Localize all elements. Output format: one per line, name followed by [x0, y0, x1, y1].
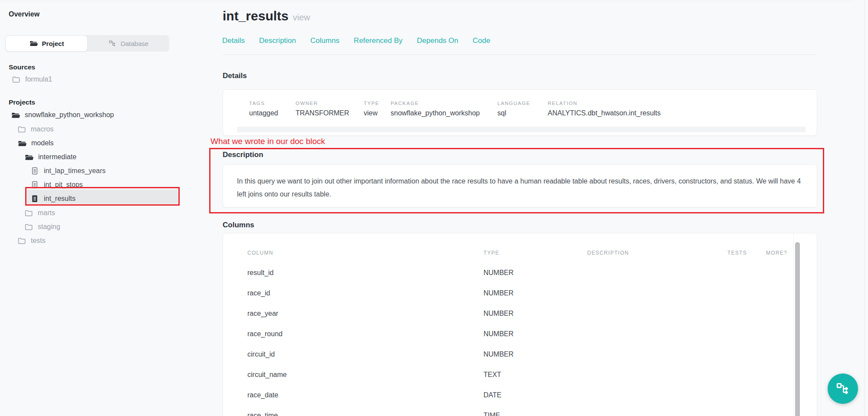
tab-code[interactable]: Code	[473, 36, 490, 45]
sources-heading: Sources	[9, 63, 35, 71]
folder-closed-icon	[12, 75, 20, 84]
detail-value: ANALYTICS.dbt_hwatson.int_results	[548, 109, 661, 117]
overview-heading: Overview	[9, 10, 39, 18]
tab-details[interactable]: Details	[222, 36, 245, 45]
project-database-toggle: Project Database	[5, 35, 169, 52]
page-title: int_resultsview	[223, 9, 310, 23]
tree-item-label: int_lap_times_years	[44, 167, 105, 175]
column-name: race_round	[247, 330, 283, 338]
sidebar-item-marts[interactable]: marts	[24, 207, 55, 219]
annotation-box-description	[209, 148, 824, 213]
database-tree-icon	[108, 39, 116, 47]
column-type: TIME	[483, 412, 500, 416]
column-type: DATE	[483, 391, 501, 399]
annotation-box-sidebar	[25, 187, 180, 206]
detail-value: untagged	[249, 109, 278, 117]
detail-label: LANGUAGE	[497, 101, 530, 106]
detail-label: TYPE	[364, 101, 379, 106]
tabs-divider	[223, 54, 817, 55]
details-heading: Details	[223, 72, 247, 80]
tab-referenced-by[interactable]: Referenced By	[354, 36, 402, 45]
table-scrollbar-thumb[interactable]	[795, 242, 800, 416]
tree-item-label: marts	[38, 209, 55, 217]
sidebar-item-models[interactable]: models	[17, 138, 54, 149]
tree-item-label: formula1	[25, 75, 52, 83]
column-name: race_year	[247, 310, 278, 318]
column-type: NUMBER	[483, 350, 513, 358]
column-name: result_id	[247, 269, 273, 277]
folder-open-icon	[29, 39, 38, 48]
folder-open-icon	[24, 153, 33, 162]
folder-closed-icon	[24, 209, 33, 217]
column-type: TEXT	[483, 371, 501, 379]
lineage-graph-button[interactable]	[828, 373, 858, 404]
detail-value: view	[364, 109, 378, 117]
tree-item-label: intermediate	[38, 153, 76, 161]
detail-label: RELATION	[548, 101, 578, 106]
details-card: TAGSuntagged OWNERTRANSFORMER TYPEview P…	[223, 89, 817, 136]
folder-closed-icon	[17, 236, 26, 245]
folder-open-icon	[11, 111, 20, 120]
project-toggle-button[interactable]: Project	[5, 35, 88, 52]
model-name: int_results	[223, 9, 289, 23]
file-icon	[30, 167, 39, 175]
tree-item-label: snowflake_python_workshop	[25, 111, 114, 119]
tab-bar: Details Description Columns Referenced B…	[222, 36, 490, 45]
detail-value: snowflake_python_workshop	[391, 109, 480, 117]
folder-closed-icon	[17, 125, 26, 134]
tree-item-label: tests	[31, 237, 46, 245]
column-name: race_date	[247, 391, 278, 399]
sidebar-item-int-lap-times-years[interactable]: int_lap_times_years	[30, 165, 105, 177]
dbt-docs-page: Overview Project Database Sources formul…	[0, 0, 868, 416]
folder-closed-icon	[24, 223, 33, 231]
columns-card: COLUMN TYPE DESCRIPTION TESTS MORE? resu…	[223, 233, 817, 416]
column-name: circuit_id	[247, 350, 275, 358]
column-header-more: MORE?	[766, 250, 787, 256]
materialization-badge: view	[293, 13, 310, 22]
sidebar-item-staging[interactable]: staging	[24, 221, 60, 233]
tree-item-label: models	[31, 139, 54, 147]
column-header-description: DESCRIPTION	[587, 250, 629, 256]
column-type: NUMBER	[483, 289, 513, 297]
detail-label: TAGS	[249, 101, 265, 106]
columns-heading: Columns	[223, 221, 254, 229]
column-header-type: TYPE	[483, 250, 500, 256]
projects-heading: Projects	[9, 98, 35, 106]
column-header-column: COLUMN	[247, 250, 273, 256]
details-scrollbar-track[interactable]	[237, 127, 806, 132]
tab-depends-on[interactable]: Depends On	[417, 36, 458, 45]
detail-value: sql	[497, 109, 506, 117]
tree-item-label: staging	[38, 223, 60, 231]
table-scrollbar-track	[793, 233, 794, 416]
tab-description[interactable]: Description	[259, 36, 296, 45]
sidebar-item-tests[interactable]: tests	[17, 235, 46, 246]
tree-item-label: macros	[31, 125, 53, 133]
column-name: race_time	[247, 412, 278, 416]
column-name: race_id	[247, 289, 270, 297]
lineage-graph-icon	[835, 381, 850, 396]
column-type: NUMBER	[483, 269, 513, 277]
column-name: circuit_name	[247, 371, 287, 379]
detail-label: PACKAGE	[391, 101, 419, 106]
sidebar-item-snowflake-python-workshop[interactable]: snowflake_python_workshop	[11, 109, 114, 121]
database-toggle-button[interactable]: Database	[88, 35, 169, 52]
column-type: NUMBER	[483, 310, 513, 318]
detail-label: OWNER	[296, 101, 318, 106]
sidebar-item-intermediate[interactable]: intermediate	[24, 151, 76, 163]
column-type: NUMBER	[483, 330, 513, 338]
sidebar: Overview Project Database Sources formul…	[0, 0, 187, 416]
annotation-text: What we wrote in our doc block	[210, 137, 325, 146]
column-header-tests: TESTS	[727, 250, 747, 256]
tab-columns[interactable]: Columns	[310, 36, 339, 45]
sidebar-item-formula1[interactable]: formula1	[12, 74, 52, 85]
project-toggle-label: Project	[42, 40, 64, 47]
right-edge-divider	[864, 0, 865, 416]
folder-open-icon	[17, 139, 26, 148]
sidebar-item-macros[interactable]: macros	[17, 124, 53, 135]
database-toggle-label: Database	[121, 40, 148, 47]
detail-value: TRANSFORMER	[296, 109, 349, 117]
